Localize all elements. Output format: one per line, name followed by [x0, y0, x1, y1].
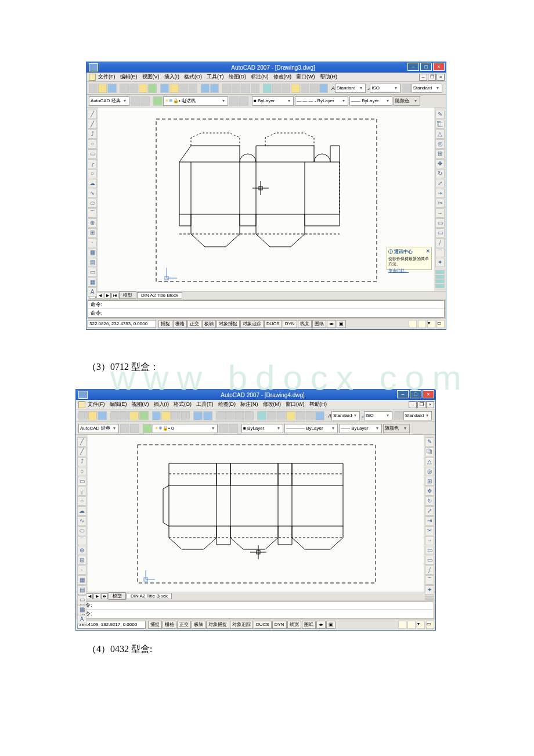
- menu-insert[interactable]: 插入(I): [154, 401, 169, 408]
- toggle-snap[interactable]: 捕捉: [158, 320, 172, 328]
- tray-lock-icon[interactable]: [407, 621, 416, 629]
- color-select[interactable]: ■ ByLayer▾: [241, 424, 283, 433]
- command-area[interactable]: 命令: 命令:: [77, 601, 434, 618]
- xline-icon[interactable]: ╱: [77, 447, 86, 456]
- textstyle-select[interactable]: Standard▾: [331, 411, 360, 420]
- tab-model[interactable]: 模型: [109, 592, 126, 600]
- status-maximize-icon[interactable]: ▣: [337, 320, 346, 328]
- preview-icon[interactable]: [129, 84, 138, 93]
- spline-icon[interactable]: ∿: [88, 189, 97, 198]
- table-draw-icon[interactable]: ▦: [77, 605, 86, 614]
- toggle-lwt[interactable]: 线宽: [287, 621, 301, 629]
- sheetset-icon[interactable]: [286, 411, 295, 420]
- join-icon[interactable]: ▭: [435, 228, 445, 237]
- menu-help[interactable]: 帮助(H): [309, 401, 327, 408]
- design-center-icon[interactable]: [267, 411, 276, 420]
- mdi-restore-button[interactable]: ❐: [417, 401, 425, 408]
- circle-icon[interactable]: ○: [88, 169, 97, 178]
- toggle-ducs[interactable]: DUCS: [264, 320, 282, 328]
- block-icon[interactable]: ⊞: [88, 228, 97, 237]
- tool-palette-icon[interactable]: [282, 84, 290, 93]
- ws-settings-icon[interactable]: [131, 96, 140, 106]
- move-icon[interactable]: ✥: [435, 159, 445, 168]
- join-icon[interactable]: ▭: [425, 556, 434, 565]
- zoom-rt-icon[interactable]: [225, 411, 234, 420]
- cut-icon[interactable]: [160, 84, 169, 93]
- zoom-win-icon[interactable]: [251, 84, 259, 93]
- rotate-icon[interactable]: ↻: [435, 169, 445, 178]
- point-icon[interactable]: ·: [77, 566, 86, 575]
- menu-insert[interactable]: 插入(I): [164, 73, 180, 81]
- trim-icon[interactable]: ✂: [435, 199, 445, 208]
- publish-icon[interactable]: [139, 84, 147, 93]
- status-maximize-icon[interactable]: ▣: [326, 621, 335, 629]
- status-nav-icon[interactable]: ◂▸: [327, 320, 336, 328]
- line-icon[interactable]: ╱: [88, 110, 97, 119]
- toggle-dyn[interactable]: DYN: [283, 320, 297, 328]
- ellipse-icon[interactable]: ⬭: [88, 199, 97, 208]
- layer-filter-icon[interactable]: [229, 424, 238, 433]
- toggle-model[interactable]: 图纸: [302, 621, 316, 629]
- tray-cleanscreen-icon[interactable]: ▭: [436, 320, 445, 328]
- new-icon[interactable]: [78, 411, 88, 420]
- scale-icon[interactable]: ⤢: [435, 179, 445, 188]
- menu-format[interactable]: 格式(O): [184, 73, 202, 81]
- match-icon[interactable]: [189, 84, 197, 93]
- zoom-win-icon[interactable]: [245, 411, 254, 420]
- close-button[interactable]: ×: [423, 390, 434, 398]
- ucs2-icon[interactable]: [425, 597, 434, 599]
- mdi-restore-button[interactable]: ❐: [428, 74, 436, 81]
- chamfer-icon[interactable]: ⧸: [425, 566, 434, 575]
- command-area[interactable]: 命令: 命令:: [88, 300, 445, 318]
- move-icon[interactable]: ✥: [425, 487, 434, 496]
- plotstyle-select[interactable]: 随颜色▾: [394, 96, 420, 106]
- menu-file[interactable]: 文件(F): [98, 73, 116, 81]
- extend-icon[interactable]: →: [435, 208, 445, 218]
- workspace-select[interactable]: AutoCAD 经典▾: [78, 424, 119, 433]
- region-icon[interactable]: ▭: [77, 595, 86, 604]
- offset-icon[interactable]: ◎: [435, 139, 445, 149]
- plotstyle-select[interactable]: 随颜色▾: [383, 424, 410, 433]
- mirror-icon[interactable]: △: [425, 457, 434, 466]
- design-center-icon[interactable]: [272, 84, 281, 93]
- toggle-otrack[interactable]: 对象追踪: [230, 621, 253, 629]
- calc-icon[interactable]: [310, 84, 319, 93]
- stretch-icon[interactable]: ⇥: [425, 516, 434, 525]
- undo-icon[interactable]: [201, 84, 210, 93]
- menu-window[interactable]: 窗口(W): [286, 401, 305, 408]
- tab-titleblock[interactable]: DIN A2 Title Block: [137, 292, 182, 298]
- line-icon[interactable]: ╱: [77, 437, 86, 447]
- toggle-ortho[interactable]: 正交: [187, 320, 201, 328]
- menu-tools[interactable]: 工具(T): [196, 401, 214, 408]
- tablestyle-select[interactable]: Standard▾: [412, 84, 442, 93]
- toggle-otrack[interactable]: 对象追踪: [240, 320, 264, 328]
- tablestyle-select[interactable]: Standard▾: [403, 411, 432, 420]
- linetype-select[interactable]: ———— ByLayer▾: [284, 424, 338, 433]
- dimstyle-select[interactable]: ISO▾: [370, 84, 400, 93]
- menu-modify[interactable]: 修改(M): [273, 73, 292, 81]
- block-icon[interactable]: ⊞: [77, 556, 86, 565]
- layer-filter-icon[interactable]: [239, 96, 248, 106]
- explode-icon[interactable]: ✦: [435, 258, 445, 267]
- menu-format[interactable]: 格式(O): [174, 401, 192, 408]
- table-draw-icon[interactable]: ▦: [88, 278, 97, 287]
- toggle-model[interactable]: 图纸: [312, 320, 326, 328]
- menu-edit[interactable]: 编辑(E): [120, 73, 138, 81]
- properties-icon[interactable]: [257, 411, 266, 420]
- paste-icon[interactable]: [179, 84, 188, 93]
- notif-link[interactable]: 单击此处。: [388, 268, 409, 272]
- layer-manager-icon[interactable]: [153, 96, 163, 106]
- copy-mod-icon[interactable]: ⿻: [425, 447, 434, 456]
- toggle-polar[interactable]: 极轴: [202, 320, 216, 328]
- ucs2-icon[interactable]: [435, 275, 445, 279]
- notif-close-icon[interactable]: ✕: [426, 249, 430, 255]
- status-nav-icon[interactable]: ◂▸: [316, 621, 326, 629]
- ucs4-icon[interactable]: [425, 601, 434, 602]
- pan-icon[interactable]: [222, 84, 231, 93]
- tab-model[interactable]: 模型: [119, 291, 136, 299]
- print-icon[interactable]: [110, 411, 120, 420]
- menu-dimension[interactable]: 标注(N): [240, 401, 258, 408]
- insert-icon[interactable]: ⊕: [88, 218, 97, 228]
- rotate-icon[interactable]: ↻: [425, 496, 434, 506]
- toggle-snap[interactable]: 捕捉: [148, 621, 162, 629]
